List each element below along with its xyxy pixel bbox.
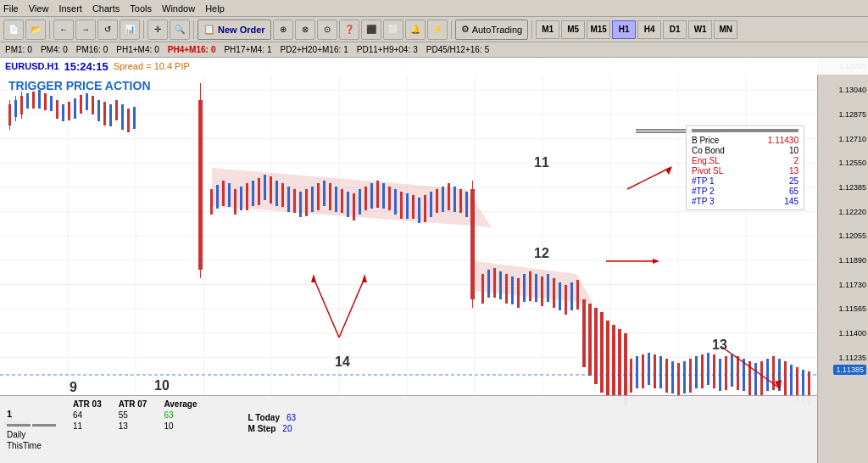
info-box: B Price 1.11430 Co Bond 10 Eng.SL 2 Pivo… (686, 126, 804, 210)
tp3-value: 145 (784, 197, 798, 206)
auto-trading-button[interactable]: ⚙ AutoTrading (455, 20, 529, 40)
svg-rect-107 (529, 271, 531, 301)
bottom-row-label: 1 Daily ThisTime (7, 399, 56, 460)
tf-d1[interactable]: D1 (663, 20, 687, 39)
toolbar-btn-1[interactable]: ⊕ (273, 20, 293, 40)
svg-rect-138 (713, 354, 715, 388)
menu-file[interactable]: File (3, 3, 19, 14)
menu-bar: File View Insert Charts Tools Window Hel… (0, 0, 868, 17)
svg-rect-83 (388, 187, 391, 210)
tf-w1[interactable]: W1 (688, 20, 712, 39)
svg-rect-41 (80, 95, 82, 114)
svg-rect-43 (92, 96, 94, 114)
atr03-this-time: 11 (73, 421, 102, 431)
new-order-label: New Order (218, 25, 265, 35)
svg-rect-135 (695, 356, 698, 388)
annotation-13: 13 (712, 337, 727, 353)
toolbar-btn-8[interactable]: ⚡ (427, 20, 448, 40)
toolbar-btn-6[interactable]: ⬜ (383, 20, 403, 40)
svg-rect-103 (505, 274, 508, 304)
svg-rect-73 (329, 183, 331, 210)
tp2-label: #TP 2 (692, 187, 715, 196)
info-ph1m4: PH1+M4: 0 (116, 45, 159, 54)
svg-marker-158 (362, 274, 367, 282)
svg-rect-122 (618, 329, 621, 397)
svg-rect-47 (115, 100, 118, 120)
svg-rect-72 (323, 181, 326, 206)
current-price: 1.11385 (833, 365, 866, 375)
tf-h4[interactable]: H4 (637, 20, 661, 39)
svg-rect-112 (559, 282, 561, 310)
price-5: 1.12550 (838, 159, 866, 167)
svg-rect-64 (275, 181, 278, 206)
svg-rect-49 (127, 109, 130, 132)
svg-rect-134 (689, 359, 692, 393)
tf-h1[interactable]: H1 (612, 20, 636, 39)
svg-marker-162 (665, 166, 672, 175)
toolbar-back[interactable]: ← (53, 20, 74, 40)
svg-rect-130 (665, 359, 668, 393)
atr03-daily: 64 (73, 410, 102, 420)
price-2: 1.13040 (838, 86, 866, 94)
info-ph17m4: PH17+M4: 1 (224, 45, 271, 54)
svg-rect-100 (487, 270, 490, 298)
svg-rect-48 (121, 104, 124, 130)
pivot-sl-label: Pivot SL (692, 166, 723, 176)
menu-charts[interactable]: Charts (92, 3, 120, 14)
svg-rect-102 (499, 271, 502, 299)
toolbar-forward[interactable]: → (75, 20, 96, 40)
info-bar: PM1: 0 PM4: 0 PM16: 0 PH1+M4: 0 PH4+M16:… (0, 42, 868, 58)
annotation-11: 11 (534, 155, 549, 170)
svg-rect-116 (582, 299, 586, 367)
info-tp2-row: #TP 2 65 (692, 187, 798, 196)
average-section: Average 63 10 (164, 399, 197, 460)
svg-rect-127 (648, 353, 650, 385)
svg-rect-40 (74, 98, 76, 119)
info-tp1-row: #TP 1 25 (692, 176, 798, 186)
separator-4 (451, 20, 452, 39)
menu-view[interactable]: View (29, 3, 49, 14)
toolbar-btn-5[interactable]: ⬛ (361, 20, 381, 40)
tf-m1[interactable]: M1 (536, 20, 559, 39)
svg-rect-70 (311, 187, 314, 212)
svg-rect-151 (790, 365, 793, 397)
menu-help[interactable]: Help (205, 3, 225, 14)
tf-mn[interactable]: MN (714, 20, 737, 39)
svg-rect-69 (305, 189, 308, 216)
menu-insert[interactable]: Insert (58, 3, 82, 14)
toolbar-open[interactable]: 📂 (25, 20, 46, 40)
average-this-time: 10 (164, 421, 197, 431)
tf-m5[interactable]: M5 (561, 20, 585, 39)
menu-tools[interactable]: Tools (130, 3, 152, 14)
toolbar-chart[interactable]: 📊 (120, 20, 140, 40)
toolbar-new[interactable]: 📄 (3, 20, 24, 40)
svg-rect-91 (436, 189, 438, 213)
new-order-button[interactable]: 📋 New Order (198, 20, 271, 40)
toolbar-btn-2[interactable]: ⊗ (295, 20, 315, 40)
chart-container[interactable]: 1.13205 1.13040 1.12875 1.12710 1.12550 … (0, 58, 868, 463)
toolbar-btn-3[interactable]: ⊙ (317, 20, 337, 40)
toolbar-crosshair[interactable]: ✛ (147, 20, 168, 40)
svg-rect-82 (382, 183, 385, 209)
svg-rect-42 (86, 93, 88, 110)
svg-rect-86 (406, 193, 409, 219)
svg-rect-71 (317, 183, 320, 210)
svg-rect-99 (481, 274, 484, 304)
svg-rect-45 (103, 102, 106, 126)
svg-rect-36 (50, 96, 53, 111)
separator-3 (193, 20, 194, 39)
svg-rect-137 (707, 353, 709, 385)
svg-rect-54 (216, 185, 219, 209)
tp3-label: #TP 3 (692, 197, 715, 206)
price-12: 1.11400 (838, 329, 866, 337)
toolbar-zoom-in[interactable]: 🔍 (170, 20, 190, 40)
menu-window[interactable]: Window (162, 3, 195, 14)
tf-m15[interactable]: M15 (587, 20, 610, 39)
toolbar-btn-4[interactable]: ❓ (339, 20, 359, 40)
toolbar-btn-7[interactable]: 🔔 (405, 20, 426, 40)
toolbar-refresh[interactable]: ↺ (97, 20, 118, 40)
row-number: 1 (7, 409, 56, 419)
svg-rect-50 (133, 107, 136, 129)
svg-rect-126 (642, 354, 644, 388)
svg-rect-111 (553, 278, 555, 308)
